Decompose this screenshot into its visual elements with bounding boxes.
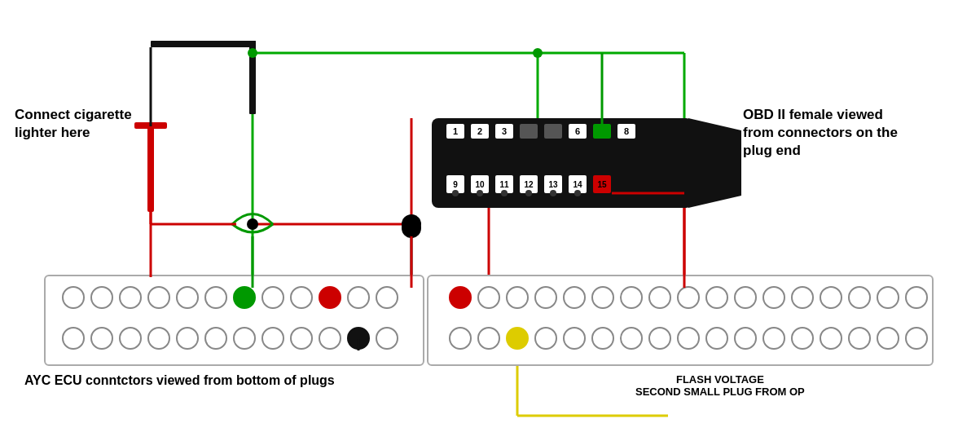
svg-point-100 — [592, 328, 613, 349]
svg-point-87 — [706, 287, 727, 308]
svg-point-84 — [621, 287, 642, 308]
svg-point-70 — [205, 328, 226, 349]
svg-text:15: 15 — [597, 180, 607, 189]
svg-point-86 — [678, 287, 699, 308]
svg-point-66 — [91, 328, 112, 349]
svg-point-101 — [621, 328, 642, 349]
svg-point-62 — [319, 287, 341, 308]
obd-female-label: OBD II female viewedfrom connectors on t… — [743, 106, 898, 160]
svg-point-47 — [477, 190, 483, 196]
svg-text:13: 13 — [548, 180, 558, 189]
svg-point-93 — [877, 287, 899, 308]
svg-point-54 — [91, 287, 112, 308]
svg-point-89 — [763, 287, 784, 308]
svg-point-98 — [535, 328, 556, 349]
svg-point-56 — [148, 287, 169, 308]
svg-rect-23 — [544, 124, 562, 139]
svg-text:8: 8 — [624, 126, 629, 136]
svg-point-78 — [450, 287, 471, 308]
svg-point-95 — [450, 328, 471, 349]
svg-point-106 — [763, 328, 784, 349]
svg-point-73 — [291, 328, 312, 349]
svg-point-104 — [706, 328, 727, 349]
svg-point-59 — [234, 287, 255, 308]
svg-point-51 — [574, 190, 581, 196]
svg-text:14: 14 — [573, 180, 582, 189]
svg-point-91 — [820, 287, 842, 308]
svg-point-94 — [906, 287, 927, 308]
svg-point-88 — [735, 287, 756, 308]
svg-point-97 — [507, 328, 528, 349]
svg-point-61 — [291, 287, 312, 308]
svg-point-69 — [177, 328, 198, 349]
svg-point-49 — [525, 190, 532, 196]
svg-point-65 — [63, 328, 84, 349]
svg-point-111 — [906, 328, 927, 349]
svg-point-60 — [262, 287, 283, 308]
svg-point-96 — [478, 328, 499, 349]
svg-rect-115 — [151, 41, 256, 47]
svg-text:1: 1 — [453, 126, 458, 136]
svg-point-64 — [376, 287, 398, 308]
svg-point-130 — [248, 48, 257, 58]
svg-point-48 — [501, 190, 508, 196]
svg-point-85 — [649, 287, 670, 308]
cigarette-lighter-label: Connect cigarettelighter here — [15, 106, 132, 142]
svg-point-79 — [478, 287, 499, 308]
svg-marker-18 — [688, 118, 741, 208]
svg-rect-22 — [520, 124, 538, 139]
flash-voltage-label: FLASH VOLTAGESECOND SMALL PLUG FROM OP — [635, 373, 805, 398]
svg-point-109 — [849, 328, 870, 349]
svg-point-55 — [120, 287, 141, 308]
svg-point-76 — [376, 328, 398, 349]
svg-text:3: 3 — [502, 126, 507, 136]
svg-point-74 — [319, 328, 341, 349]
svg-text:2: 2 — [477, 126, 482, 136]
svg-point-82 — [564, 287, 585, 308]
svg-point-110 — [877, 328, 899, 349]
svg-text:9: 9 — [453, 180, 458, 189]
svg-point-92 — [849, 287, 870, 308]
svg-point-71 — [234, 328, 255, 349]
svg-point-128 — [247, 218, 258, 230]
svg-point-102 — [649, 328, 670, 349]
svg-point-58 — [205, 287, 226, 308]
svg-point-81 — [535, 287, 556, 308]
svg-point-53 — [63, 287, 84, 308]
svg-rect-112 — [147, 122, 154, 212]
ayc-ecu-label: AYC ECU conntctors viewed from bottom of… — [24, 373, 335, 388]
svg-point-129 — [405, 222, 418, 235]
svg-point-57 — [177, 287, 198, 308]
svg-text:11: 11 — [499, 180, 509, 189]
svg-point-63 — [348, 287, 369, 308]
svg-point-68 — [148, 328, 169, 349]
svg-text:6: 6 — [575, 126, 580, 136]
svg-point-67 — [120, 328, 141, 349]
svg-point-103 — [678, 328, 699, 349]
svg-point-105 — [735, 328, 756, 349]
svg-text:12: 12 — [524, 180, 534, 189]
diagram-container: 1 2 3 6 8 9 10 11 12 13 14 15 — [0, 0, 980, 432]
svg-point-72 — [262, 328, 283, 349]
svg-point-99 — [564, 328, 585, 349]
svg-point-80 — [507, 287, 528, 308]
svg-point-131 — [533, 48, 543, 58]
svg-point-90 — [792, 287, 813, 308]
svg-point-83 — [592, 287, 613, 308]
svg-point-108 — [820, 328, 842, 349]
svg-point-107 — [792, 328, 813, 349]
svg-text:10: 10 — [475, 180, 485, 189]
svg-point-50 — [550, 190, 556, 196]
svg-point-46 — [452, 190, 459, 196]
svg-rect-25 — [593, 124, 611, 139]
